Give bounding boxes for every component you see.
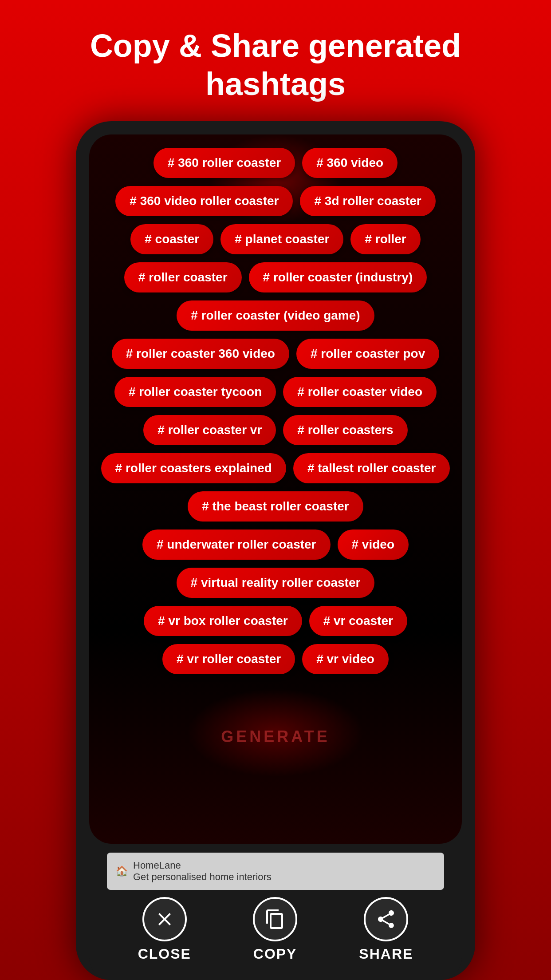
- hashtag-pill[interactable]: # roller coaster vr: [143, 415, 276, 445]
- hashtag-pill[interactable]: # tallest roller coaster: [293, 453, 450, 483]
- hashtag-row-9: # the beast roller coaster: [188, 491, 363, 522]
- hashtag-pill[interactable]: # roller coaster pov: [296, 339, 439, 369]
- phone-frame: # 360 roller coaster# 360 video# 360 vid…: [76, 121, 475, 980]
- share-label: SHARE: [359, 946, 413, 962]
- hashtag-row-11: # virtual reality roller coaster: [177, 568, 375, 598]
- hashtag-pill[interactable]: # roller coaster (video game): [177, 300, 374, 331]
- hashtag-pill[interactable]: # 360 video: [302, 148, 398, 178]
- generate-watermark: GENERATE: [221, 727, 330, 746]
- hashtag-pill[interactable]: # the beast roller coaster: [188, 491, 363, 522]
- hashtag-row-4: # roller coaster (video game): [177, 300, 374, 331]
- ad-brand: HomeLane: [133, 860, 272, 871]
- hashtag-pill[interactable]: # roller coaster tycoon: [114, 377, 276, 407]
- close-icon: [142, 897, 187, 941]
- hashtags-container: # 360 roller coaster# 360 video# 360 vid…: [98, 148, 453, 683]
- hashtag-pill[interactable]: # roller coasters: [283, 415, 407, 445]
- hashtag-row-10: # underwater roller coaster# video: [142, 530, 409, 560]
- bottom-bar: 🏠 HomeLane Get personalised home interio…: [89, 844, 462, 980]
- hashtag-pill[interactable]: # virtual reality roller coaster: [177, 568, 375, 598]
- hashtag-pill[interactable]: # roller coaster (industry): [249, 262, 427, 292]
- hashtag-row-7: # roller coaster vr# roller coasters: [143, 415, 407, 445]
- hashtag-pill[interactable]: # underwater roller coaster: [142, 530, 330, 560]
- share-button[interactable]: SHARE: [359, 897, 413, 962]
- hashtag-row-3: # roller coaster# roller coaster (indust…: [124, 262, 427, 292]
- hashtag-row-5: # roller coaster 360 video# roller coast…: [112, 339, 440, 369]
- close-button[interactable]: CLOSE: [138, 897, 191, 962]
- hashtag-pill[interactable]: # coaster: [130, 224, 213, 254]
- close-label: CLOSE: [138, 946, 191, 962]
- hashtag-pill[interactable]: # 360 roller coaster: [153, 148, 295, 178]
- page-title: Copy & Share generated hashtags: [0, 0, 551, 121]
- hashtag-pill[interactable]: # roller: [350, 224, 420, 254]
- hashtag-row-6: # roller coaster tycoon# roller coaster …: [114, 377, 437, 407]
- hashtag-pill[interactable]: # vr roller coaster: [162, 644, 295, 674]
- hashtag-pill[interactable]: # roller coaster: [124, 262, 242, 292]
- copy-label: COPY: [253, 946, 297, 962]
- phone-screen: # 360 roller coaster# 360 video# 360 vid…: [89, 134, 462, 844]
- hashtag-pill[interactable]: # 360 video roller coaster: [115, 186, 293, 216]
- hashtag-pill[interactable]: # roller coaster 360 video: [112, 339, 289, 369]
- hashtag-pill[interactable]: # planet coaster: [220, 224, 343, 254]
- hashtag-pill[interactable]: # vr coaster: [309, 606, 407, 636]
- hashtag-pill[interactable]: # 3d roller coaster: [300, 186, 435, 216]
- hashtag-pill[interactable]: # vr video: [302, 644, 389, 674]
- hashtag-row-1: # 360 video roller coaster# 3d roller co…: [115, 186, 435, 216]
- hashtag-row-0: # 360 roller coaster# 360 video: [153, 148, 398, 178]
- hashtag-pill[interactable]: # roller coaster video: [283, 377, 437, 407]
- hashtag-pill[interactable]: # vr box roller coaster: [144, 606, 302, 636]
- hashtag-row-2: # coaster# planet coaster# roller: [130, 224, 421, 254]
- share-icon: [364, 897, 408, 941]
- copy-button[interactable]: COPY: [253, 897, 297, 962]
- hashtag-pill[interactable]: # roller coasters explained: [101, 453, 286, 483]
- hashtag-row-8: # roller coasters explained# tallest rol…: [101, 453, 450, 483]
- copy-icon: [253, 897, 297, 941]
- ad-banner[interactable]: 🏠 HomeLane Get personalised home interio…: [107, 853, 444, 890]
- hashtag-pill[interactable]: # video: [338, 530, 409, 560]
- hashtag-row-12: # vr box roller coaster# vr coaster: [144, 606, 407, 636]
- hashtag-row-13: # vr roller coaster# vr video: [162, 644, 389, 674]
- ad-text: Get personalised home interiors: [133, 871, 272, 883]
